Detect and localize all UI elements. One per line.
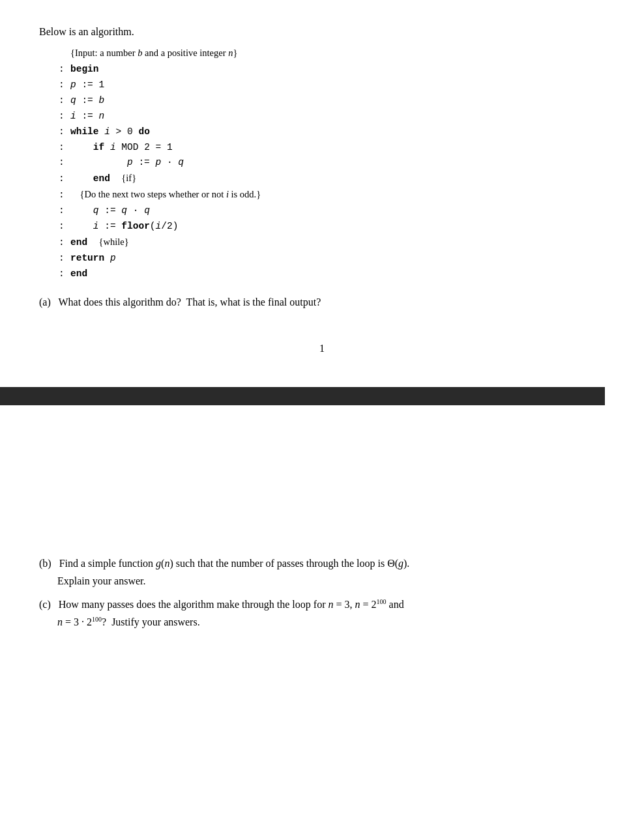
algo-p-text: p := 1 [70,78,104,93]
algo-line-q-assign: : q := q · q [59,203,605,219]
algo-end-kw: end [70,266,87,282]
algo-i-text: i := n [70,109,104,124]
colon: : [59,109,70,124]
colon: : [59,235,70,251]
colon: : [59,171,70,187]
page: Below is an algorithm. {Input: a number … [0,0,644,834]
colon: : [59,155,70,171]
algorithm-block: {Input: a number b and a positive intege… [59,46,605,282]
colon: : [59,93,70,109]
blank-space [39,418,605,536]
question-c-label: (c) [39,599,56,610]
algo-q-text: q := b [70,93,104,109]
colon: : [59,188,70,203]
colon: : [59,219,70,235]
algo-line-p-assign: : p := p · q [59,155,605,171]
question-b-text: Find a simple function g(n) such that th… [39,558,409,586]
colon: : [59,62,70,78]
colon: : [59,266,70,282]
algo-line-end: : end [59,266,605,282]
colon [59,46,70,62]
colon: : [59,140,70,156]
colon: : [59,78,70,93]
algo-if-text: if i MOD 2 = 1 [70,140,173,156]
question-a-text: What does this algorithm do? That is, wh… [58,296,321,308]
algo-line-p: : p := 1 [59,78,605,93]
colon: : [59,203,70,219]
question-a-label: (a) [39,296,56,308]
algo-q-assign-text: q := q · q [70,203,150,219]
algo-return-text: return p [70,251,116,266]
algo-line-end-if: : end {if} [59,171,605,187]
algo-line-comment: : {Do the next two steps whether or not … [59,187,605,203]
question-c-paragraph: (c) How many passes does the algorithm m… [39,596,605,631]
question-c: (c) How many passes does the algorithm m… [39,596,605,631]
question-b-paragraph: (b) Find a simple function g(n) such tha… [39,555,605,590]
algo-line-end-while: : end {while} [59,235,605,251]
question-b: (b) Find a simple function g(n) such tha… [39,555,605,590]
dark-separator-bar [0,387,605,405]
algo-line-if: : if i MOD 2 = 1 [59,140,605,156]
algo-i-assign-text: i := floor(i/2) [70,219,178,235]
algo-line-q: : q := b [59,93,605,109]
algo-line-input-text: {Input: a number b and a positive intege… [70,46,237,61]
algo-line-i-assign: : i := floor(i/2) [59,219,605,235]
colon: : [59,124,70,140]
question-c-text: How many passes does the algorithm make … [39,599,404,627]
algo-while-kw: while i > 0 do [70,124,150,140]
algo-comment-text: {Do the next two steps whether or not i … [70,187,261,203]
algo-begin-kw: begin [70,62,99,78]
algo-end-while-text: end {while} [70,235,129,251]
question-b-label: (b) [39,558,57,569]
algo-p-assign-text: p := p · q [70,155,184,171]
intro-text: Below is an algorithm. [39,26,605,38]
algo-line-input: {Input: a number b and a positive intege… [59,46,605,62]
algo-line-return: : return p [59,251,605,266]
algo-end-if-text: end {if} [70,171,136,187]
question-a: (a) What does this algorithm do? That is… [39,294,605,311]
algo-line-while: : while i > 0 do [59,124,605,140]
colon: : [59,251,70,266]
algo-line-begin: : begin [59,62,605,78]
algo-line-i: : i := n [59,109,605,124]
page-number: 1 [39,343,605,354]
